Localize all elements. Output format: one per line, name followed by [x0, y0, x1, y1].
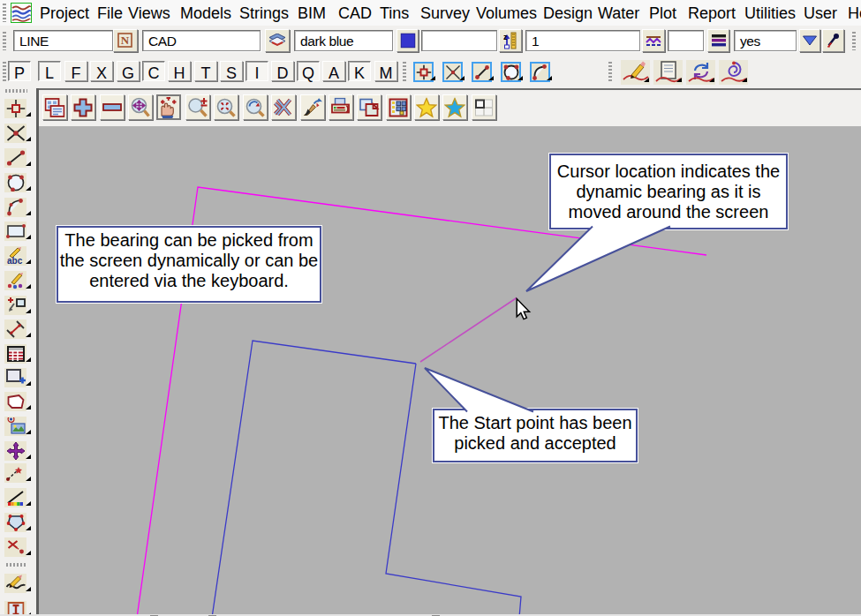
svg-text:z: z	[503, 33, 508, 41]
svg-text:N: N	[121, 34, 130, 47]
svg-text:abc: abc	[7, 256, 23, 265]
